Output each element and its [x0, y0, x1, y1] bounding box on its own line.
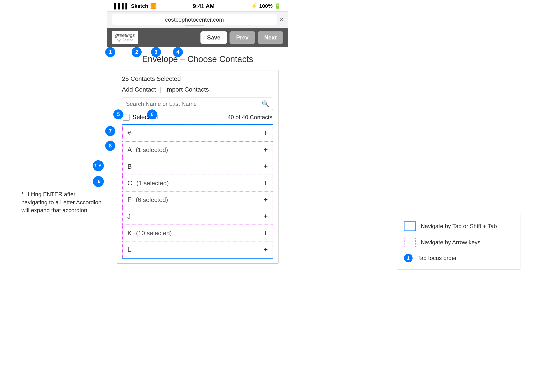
- accordion-letter-l: L: [127, 246, 131, 253]
- contacts-actions: Add Contact | Import Contacts: [122, 86, 273, 93]
- accordion-letter-hash: #: [127, 129, 131, 137]
- contacts-count: 40 of 40 Contacts: [228, 114, 272, 121]
- accordion-letter-f: F (6 selected): [127, 196, 168, 204]
- close-icon[interactable]: ×: [279, 16, 283, 24]
- wifi-icon: 📶: [150, 3, 157, 9]
- battery-icon: 🔋: [274, 3, 281, 9]
- logo-by: by Costco: [117, 38, 134, 42]
- page-title: Envelope – Choose Contacts: [117, 54, 278, 64]
- save-button[interactable]: Save: [200, 31, 227, 44]
- search-bar[interactable]: 🔍: [122, 98, 273, 110]
- left-annotation: * Hitting ENTER after navigating to a Le…: [21, 190, 102, 214]
- import-contacts-link[interactable]: Import Contacts: [165, 86, 209, 93]
- legend-tab-text: Tab focus order: [417, 255, 457, 261]
- browser-bar: costcophotocenter.com ×: [107, 11, 288, 28]
- legend-panel: Navigate by Tab or Shift + Tab Navigate …: [397, 214, 520, 270]
- contacts-selected-count: 25 Contacts Selected: [122, 75, 273, 83]
- legend-pink-box: [404, 238, 416, 247]
- accordion-item-b[interactable]: B +: [122, 158, 273, 175]
- logo-area: greetings by Costco: [112, 31, 138, 44]
- step-badge-5: 5: [113, 109, 123, 119]
- bluetooth-icon: ⚡: [251, 3, 257, 9]
- legend-pink-text: Navigate by Arrow keys: [421, 239, 480, 246]
- contacts-panel: 25 Contacts Selected Add Contact | Impor…: [117, 70, 278, 264]
- legend-tab-badge: 1: [404, 254, 413, 262]
- accordion-plus-c: +: [263, 179, 268, 188]
- legend-item-pink: Navigate by Arrow keys: [404, 238, 513, 247]
- add-contact-link[interactable]: Add Contact: [122, 86, 156, 93]
- step-badge-3: 3: [151, 47, 161, 57]
- accordion-item-hash[interactable]: # +: [122, 125, 273, 141]
- step-badge-2: 2: [132, 47, 142, 57]
- accordion-item-a[interactable]: A (1 selected) +: [122, 141, 273, 158]
- step-badge-1: 1: [105, 47, 115, 57]
- step-badge-8: 8: [105, 141, 115, 151]
- next-button[interactable]: Next: [258, 31, 283, 44]
- select-all-row: Select All 40 of 40 Contacts: [122, 113, 273, 121]
- accordion-item-k[interactable]: K (10 selected) +: [122, 225, 273, 241]
- status-time: 9:41 AM: [193, 3, 214, 9]
- battery-text: 100%: [259, 3, 273, 9]
- legend-blue-text: Navigate by Tab or Shift + Tab: [421, 223, 497, 230]
- step-badge-7: 7: [105, 126, 115, 136]
- step-badge-9: 9 ↕A: [93, 160, 103, 171]
- prev-button[interactable]: Prev: [229, 31, 255, 44]
- accordion-plus-f: +: [263, 195, 268, 204]
- search-icon: 🔍: [262, 100, 269, 107]
- accordion-plus-b: +: [263, 162, 268, 171]
- url-text: costcophotocenter.com: [165, 16, 224, 23]
- accordion-letter-k: K (10 selected): [127, 229, 172, 237]
- legend-item-blue: Navigate by Tab or Shift + Tab: [404, 221, 513, 231]
- step-badge-4: 4: [173, 47, 183, 57]
- accordion-plus-k: +: [263, 229, 268, 237]
- status-left: ▌▌▌▌ Sketch 📶: [114, 3, 157, 9]
- step-badge-6: 6: [147, 109, 157, 119]
- accordion-container: # + A (1 selected) + B +: [122, 124, 273, 259]
- accordion-item-c[interactable]: C (1 selected) +: [122, 175, 273, 191]
- phone-frame: ▌▌▌▌ Sketch 📶 9:41 AM ⚡ 100% 🔋 costcopho…: [107, 0, 288, 271]
- accordion-letter-c: C (1 selected): [127, 179, 169, 187]
- status-right: ⚡ 100% 🔋: [251, 3, 281, 9]
- sort-badge-b: ↕B: [93, 176, 104, 187]
- url-bar[interactable]: costcophotocenter.com: [112, 14, 277, 25]
- accordion-plus-j: +: [263, 212, 268, 221]
- accordion-plus-hash: +: [263, 129, 268, 138]
- legend-item-tab: 1 Tab focus order: [404, 254, 513, 262]
- status-bar: ▌▌▌▌ Sketch 📶 9:41 AM ⚡ 100% 🔋: [107, 0, 288, 11]
- accordion-item-f[interactable]: F (6 selected) +: [122, 191, 273, 208]
- main-content: Envelope – Choose Contacts 25 Contacts S…: [107, 47, 288, 271]
- search-input[interactable]: [126, 101, 262, 107]
- accordion-letter-b: B: [127, 163, 132, 170]
- nav-toolbar: greetings by Costco Save Prev Next: [107, 28, 288, 47]
- accordion-plus-l: +: [263, 245, 268, 254]
- signal-icon: ▌▌▌▌: [114, 3, 129, 9]
- accordion-item-l[interactable]: L +: [122, 241, 273, 258]
- actions-divider: |: [160, 86, 161, 93]
- logo-greetings: greetings: [115, 33, 135, 38]
- annotation-text: * Hitting ENTER after navigating to a Le…: [21, 191, 101, 213]
- accordion-item-j[interactable]: J +: [122, 208, 273, 225]
- legend-blue-box: [404, 221, 416, 231]
- select-all-checkbox[interactable]: [123, 114, 129, 121]
- sketch-label: Sketch: [131, 3, 148, 9]
- accordion-letter-j: J: [127, 213, 131, 220]
- accordion-plus-a: +: [263, 145, 268, 154]
- accordion-letter-a: A (1 selected): [127, 146, 168, 154]
